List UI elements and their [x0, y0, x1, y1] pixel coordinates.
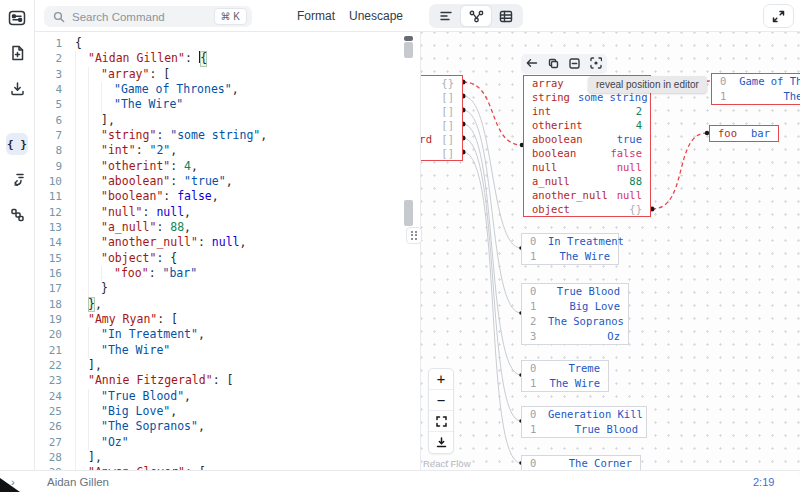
- top-bar: Search Command ⌘ K Format Unescape: [35, 0, 800, 32]
- editor-line[interactable]: 10"aboolean": "true",: [35, 174, 420, 189]
- editor-line[interactable]: 5"The Wire": [35, 97, 420, 112]
- editor-line[interactable]: 2"Aidan Gillen": {: [35, 51, 420, 66]
- editor-scrollbar-thumb[interactable]: [404, 42, 413, 58]
- editor-line[interactable]: 18},: [35, 297, 420, 312]
- editor-line[interactable]: 16"foo": "bar": [35, 266, 420, 281]
- status-time: 2:19: [753, 476, 774, 488]
- view-toggle: [429, 4, 523, 28]
- editor-line[interactable]: 21"The Wire": [35, 343, 420, 358]
- table-view-button[interactable]: [491, 6, 521, 26]
- array-node-anwan-glover[interactable]: 0Treme1The Wire: [521, 360, 609, 392]
- panel-resize-handle[interactable]: [406, 227, 422, 244]
- editor-line[interactable]: 17}: [35, 281, 420, 296]
- editor-line[interactable]: 20"In Treatment",: [35, 327, 420, 342]
- search-input[interactable]: Search Command ⌘ K: [44, 6, 252, 27]
- line-number: 14: [35, 235, 62, 250]
- editor-line[interactable]: 22],: [35, 358, 420, 373]
- focus-button[interactable]: [590, 57, 602, 71]
- node-key: foo: [718, 126, 737, 141]
- line-number: 8: [35, 143, 62, 158]
- collapse-button[interactable]: [569, 58, 580, 71]
- node-row: rd[]: [420, 132, 462, 146]
- fit-view-button[interactable]: [429, 411, 453, 432]
- download-image-icon: [436, 437, 447, 448]
- new-file-button[interactable]: [6, 42, 28, 64]
- editor-line[interactable]: 28],: [35, 450, 420, 465]
- editor-line[interactable]: 27"Oz": [35, 435, 420, 450]
- node-row: nullnull: [524, 160, 650, 174]
- graph-canvas[interactable]: {}[][][]rd[][] arraystringsome stringint…: [420, 32, 800, 470]
- breadcrumb-chevron-icon[interactable]: ›: [11, 476, 15, 488]
- editor-line[interactable]: 3"array": [: [35, 67, 420, 82]
- fullscreen-button[interactable]: [763, 4, 794, 28]
- zoom-out-button[interactable]: −: [429, 390, 453, 411]
- node-value: bar: [745, 126, 770, 141]
- node-row: a_null88: [524, 174, 650, 188]
- zoom-in-button[interactable]: +: [429, 369, 453, 390]
- node-row: 1Big Love: [522, 299, 628, 314]
- hierarchy-button[interactable]: [6, 203, 28, 225]
- line-number: 26: [35, 419, 62, 434]
- editor-line[interactable]: 25"Big Love",: [35, 404, 420, 419]
- editor-line[interactable]: 7"string": "some string",: [35, 128, 420, 143]
- copy-button[interactable]: [548, 58, 559, 71]
- editor-line[interactable]: 13"a_null": 88,: [35, 220, 420, 235]
- line-number: 20: [35, 327, 62, 342]
- editor-line[interactable]: 24"True Blood",: [35, 389, 420, 404]
- breadcrumb[interactable]: Aidan Gillen: [47, 476, 109, 488]
- node-row: 0The Corner: [522, 456, 640, 470]
- line-number: 3: [35, 67, 62, 82]
- format-button[interactable]: Format: [297, 0, 335, 32]
- editor-line[interactable]: 8"int": "2",: [35, 143, 420, 158]
- editor-line[interactable]: 1{: [35, 36, 420, 51]
- back-button[interactable]: [526, 58, 538, 70]
- status-bar: › Aidan Gillen 2:19: [0, 470, 800, 492]
- app-window: { } Search Command ⌘ K Format Unescape: [0, 0, 800, 492]
- node-row: booleanfalse: [524, 146, 650, 160]
- editor-line[interactable]: 23"Annie Fitzgerald": [: [35, 373, 420, 388]
- array-node-annie-fitzgerald[interactable]: 0True Blood1Big Love2The Sopranos3Oz: [521, 283, 629, 345]
- node-row: []: [420, 118, 462, 132]
- editor-line[interactable]: 26"The Sopranos",: [35, 419, 420, 434]
- object-foo-node[interactable]: foo bar: [709, 125, 779, 142]
- selected-object-node[interactable]: arraystringsome stringint2otherint4abool…: [523, 75, 651, 217]
- line-number: 25: [35, 404, 62, 419]
- editor-line[interactable]: 4"Game of Thrones",: [35, 82, 420, 97]
- line-number: 15: [35, 251, 62, 266]
- json-editor-tab[interactable]: { }: [6, 133, 28, 155]
- array-node[interactable]: 0Game of Thrones1The Wire: [711, 73, 800, 105]
- array-node-alice[interactable]: 0The Corner: [521, 455, 641, 470]
- download-image-button[interactable]: [429, 432, 453, 453]
- graph-controls: + −: [428, 368, 454, 454]
- list-view-button[interactable]: [431, 6, 461, 26]
- code-editor[interactable]: 1{2"Aidan Gillen": {3"array": [4"Game of…: [35, 32, 420, 470]
- line-number: 24: [35, 389, 62, 404]
- unescape-button[interactable]: Unescape: [349, 0, 403, 32]
- line-number: 13: [35, 220, 62, 235]
- editor-line[interactable]: 9"otherint": 4,: [35, 159, 420, 174]
- editor-line[interactable]: 12"null": null,: [35, 205, 420, 220]
- root-node[interactable]: {}[][][]rd[][]: [420, 75, 463, 161]
- editor-line[interactable]: 15"object": {: [35, 251, 420, 266]
- line-number: 7: [35, 128, 62, 143]
- editor-line[interactable]: 6],: [35, 113, 420, 128]
- search-placeholder: Search Command: [72, 11, 207, 23]
- transform-button[interactable]: [6, 168, 28, 190]
- editor-line[interactable]: 11"boolean": false,: [35, 189, 420, 204]
- array-node-amy-ryan[interactable]: 0In Treatment1The Wire: [521, 233, 619, 265]
- array-node-alexander[interactable]: 0Generation Kill1True Blood: [521, 406, 647, 438]
- node-row: object{}: [524, 202, 650, 216]
- download-button[interactable]: [6, 77, 28, 99]
- node-row: 0Treme: [522, 361, 608, 376]
- graph-view-button[interactable]: [461, 6, 491, 26]
- logo-icon: [6, 7, 28, 29]
- editor-overview-decoration: [404, 200, 413, 226]
- editor-line[interactable]: 14"another_null": null,: [35, 235, 420, 250]
- line-number: 2: [35, 51, 62, 66]
- sidebar: { }: [0, 0, 35, 470]
- node-row: []: [420, 90, 462, 104]
- braces-icon: { }: [7, 138, 27, 151]
- editor-line[interactable]: 19"Amy Ryan": [: [35, 312, 420, 327]
- node-row: 0Generation Kill: [522, 407, 646, 422]
- node-row: []: [420, 146, 462, 160]
